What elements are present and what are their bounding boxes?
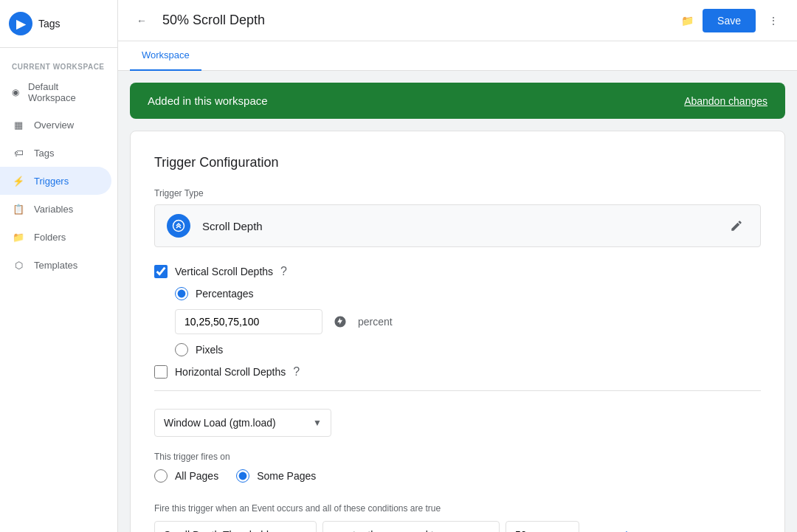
sidebar-item-label-tags: Tags xyxy=(34,148,54,159)
some-pages-radio-row: Some Pages xyxy=(236,469,316,483)
workspace-section-label: CURRENT WORKSPACE xyxy=(0,54,117,74)
pixels-radio-group: Pixels xyxy=(175,343,761,356)
window-load-option: Window Load (gtm.load) xyxy=(164,417,276,429)
percent-unit-label: percent xyxy=(358,316,393,328)
workspace-banner: Added in this workspace Abandon changes xyxy=(130,83,785,119)
some-pages-radio[interactable] xyxy=(236,469,249,483)
vertical-scroll-checkbox-row: Vertical Scroll Depths ? xyxy=(154,265,761,278)
overview-icon: ▦ xyxy=(12,118,25,131)
vertical-scroll-checkbox[interactable] xyxy=(154,265,168,278)
enable-trigger-dropdown-row: Window Load (gtm.load) ▼ xyxy=(154,409,761,437)
dropdown-arrow-icon: ▼ xyxy=(313,418,322,428)
trigger-type-name: Scroll Depth xyxy=(202,220,725,232)
main: ← 50% Scroll Depth 📁 Save ⋮ Workspace Ad… xyxy=(118,0,797,532)
condition-section: Fire this trigger when an Event occurs a… xyxy=(154,503,761,532)
save-button[interactable]: Save xyxy=(703,9,756,32)
sidebar: ▶ Tags CURRENT WORKSPACE ◉ Default Works… xyxy=(0,0,118,532)
sidebar-workspace[interactable]: ◉ Default Workspace xyxy=(0,74,111,111)
tags-icon: 🏷 xyxy=(12,146,25,159)
edit-trigger-type-button[interactable] xyxy=(725,214,748,238)
tab-workspace-label: Workspace xyxy=(142,49,190,61)
percent-picker-icon[interactable] xyxy=(328,310,352,334)
sidebar-item-overview[interactable]: ▦ Overview xyxy=(0,111,111,139)
triggers-icon: ⚡ xyxy=(12,174,25,187)
tab-workspace[interactable]: Workspace xyxy=(130,41,201,71)
scroll-depth-threshold-label: Scroll Depth Threshold xyxy=(164,529,269,532)
topbar-actions: Save ⋮ xyxy=(703,9,785,32)
back-icon: ← xyxy=(137,15,147,27)
app-title: Tags xyxy=(38,18,61,30)
percentages-label: Percentages xyxy=(196,288,254,300)
some-pages-label: Some Pages xyxy=(257,470,316,482)
sidebar-item-folders[interactable]: 📁 Folders xyxy=(0,223,111,251)
vertical-scroll-help-icon[interactable]: ? xyxy=(280,265,287,278)
all-pages-radio[interactable] xyxy=(154,469,168,483)
logo-icon: ▶ xyxy=(16,17,25,31)
condition-row: Scroll Depth Threshold ▼ greater than or… xyxy=(154,521,761,532)
workspace-icon: ◉ xyxy=(12,87,19,97)
back-button[interactable]: ← xyxy=(130,9,153,32)
sidebar-workspace-label: Default Workspace xyxy=(28,81,100,103)
scroll-depth-svg xyxy=(172,219,185,232)
sidebar-nav: CURRENT WORKSPACE ◉ Default Workspace ▦ … xyxy=(0,48,117,532)
sidebar-item-label-folders: Folders xyxy=(34,232,66,243)
more-icon: ⋮ xyxy=(768,15,779,27)
trigger-type-icon xyxy=(167,214,190,238)
pixels-radio-row: Pixels xyxy=(175,343,761,356)
sidebar-item-label-triggers: Triggers xyxy=(34,176,69,187)
app-logo: ▶ xyxy=(9,12,32,35)
fires-on-section: This trigger fires on All Pages Some Pag… xyxy=(154,452,761,488)
sidebar-item-label-variables: Variables xyxy=(34,204,73,215)
content-area: Added in this workspace Abandon changes … xyxy=(118,71,797,532)
workspace-tabs: Workspace xyxy=(118,41,797,71)
condition-value-input[interactable] xyxy=(506,521,579,532)
horizontal-scroll-checkbox-row: Horizontal Scroll Depths ? xyxy=(154,365,761,379)
operator-dropdown[interactable]: greater than or equal to ▼ xyxy=(322,521,500,532)
more-button[interactable]: ⋮ xyxy=(762,9,785,32)
condition-minus-button[interactable]: − xyxy=(585,523,609,532)
percent-input[interactable] xyxy=(175,309,322,334)
horizontal-scroll-checkbox[interactable] xyxy=(154,365,168,379)
scroll-depth-threshold-dropdown[interactable]: Scroll Depth Threshold ▼ xyxy=(154,521,317,532)
variable-icon xyxy=(334,315,347,328)
sidebar-header: ▶ Tags xyxy=(0,0,117,48)
topbar: ← 50% Scroll Depth 📁 Save ⋮ xyxy=(118,0,797,41)
all-pages-label: All Pages xyxy=(175,470,218,482)
sidebar-item-label-templates: Templates xyxy=(34,260,77,271)
window-load-dropdown[interactable]: Window Load (gtm.load) ▼ xyxy=(154,409,331,437)
vertical-scroll-label: Vertical Scroll Depths xyxy=(175,266,273,277)
trigger-type-row: Scroll Depth xyxy=(154,204,761,247)
folder-icon: 📁 xyxy=(681,15,694,27)
operator-label: greater than or equal to xyxy=(332,529,440,532)
condition-plus-button[interactable]: + xyxy=(615,523,638,532)
depth-type-radio-group: Percentages xyxy=(175,287,761,300)
horizontal-scroll-label: Horizontal Scroll Depths xyxy=(175,366,286,378)
pencil-icon xyxy=(730,219,743,232)
sidebar-item-templates[interactable]: ⬡ Templates xyxy=(0,251,111,279)
trigger-type-label: Trigger Type xyxy=(154,188,761,198)
sidebar-item-variables[interactable]: 📋 Variables xyxy=(0,195,111,223)
fires-on-label: This trigger fires on xyxy=(154,452,761,462)
sidebar-item-label-overview: Overview xyxy=(34,120,74,131)
fires-on-radios: All Pages Some Pages xyxy=(154,469,761,488)
folders-icon: 📁 xyxy=(12,230,25,243)
percentages-radio-row: Percentages xyxy=(175,287,761,300)
pixels-label: Pixels xyxy=(196,344,223,356)
card-title: Trigger Configuration xyxy=(154,155,761,170)
page-title: 50% Scroll Depth xyxy=(162,13,675,28)
percent-input-row: percent xyxy=(175,309,761,334)
trigger-config-card: Trigger Configuration Trigger Type Scrol… xyxy=(130,131,785,532)
banner-text: Added in this workspace xyxy=(148,94,268,107)
percentages-radio[interactable] xyxy=(175,287,188,300)
sidebar-item-triggers[interactable]: ⚡ Triggers xyxy=(0,167,111,195)
abandon-changes-button[interactable]: Abandon changes xyxy=(684,95,767,107)
condition-label: Fire this trigger when an Event occurs a… xyxy=(154,503,761,514)
variables-icon: 📋 xyxy=(12,202,25,215)
divider-1 xyxy=(154,390,761,391)
sidebar-item-tags[interactable]: 🏷 Tags xyxy=(0,139,111,167)
all-pages-radio-row: All Pages xyxy=(154,469,218,483)
horizontal-scroll-help-icon[interactable]: ? xyxy=(293,365,300,379)
pixels-radio[interactable] xyxy=(175,343,188,356)
templates-icon: ⬡ xyxy=(12,258,25,272)
